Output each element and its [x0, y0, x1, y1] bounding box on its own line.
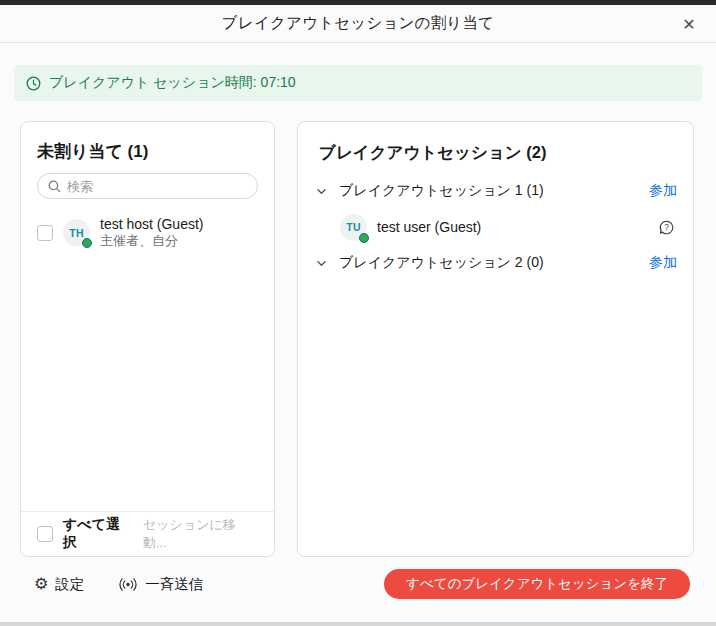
- broadcast-label: 一斉送信: [145, 575, 203, 594]
- close-icon: ✕: [682, 15, 695, 34]
- session-member-row[interactable]: TU test user (Guest) ?: [298, 208, 693, 246]
- avatar: TU: [340, 214, 367, 241]
- status-dot-icon: [359, 233, 369, 243]
- search-icon: [48, 180, 61, 193]
- session-name: ブレイクアウトセッション 1 (1): [339, 182, 544, 200]
- sessions-panel: ブレイクアウトセッション (2) ブレイクアウトセッション 1 (1) 参加 T…: [297, 121, 694, 557]
- settings-button[interactable]: ⚙ 設定: [34, 575, 84, 594]
- panel-spacer: [21, 250, 274, 511]
- broadcast-button[interactable]: 一斉送信: [118, 575, 203, 594]
- dialog-titlebar: ブレイクアウトセッションの割り当て ✕: [0, 5, 716, 43]
- avatar-initials: TU: [346, 221, 361, 233]
- search-input[interactable]: [67, 179, 247, 194]
- dialog-title: ブレイクアウトセッションの割り当て: [222, 13, 494, 34]
- svg-text:?: ?: [664, 222, 669, 232]
- sessions-title: ブレイクアウトセッション (2): [298, 122, 693, 174]
- join-session-1-link[interactable]: 参加: [649, 182, 677, 200]
- settings-label: 設定: [55, 575, 84, 594]
- select-all-checkbox[interactable]: [37, 526, 53, 542]
- session-row-2[interactable]: ブレイクアウトセッション 2 (0) 参加: [298, 246, 693, 280]
- unassigned-title: 未割り当て (1): [21, 122, 274, 173]
- move-to-session-button[interactable]: セッションに移動...: [143, 516, 258, 552]
- dialog-footer: ⚙ 設定 一斉送信 すべてのブレイクアウトセッションを終了: [0, 557, 716, 617]
- chevron-down-icon[interactable]: [316, 258, 327, 269]
- unassigned-panel: 未割り当て (1) TH test host (Guest) 主催者、自分: [20, 121, 275, 557]
- session-time-banner: ブレイクアウト セッション時間: 07:10: [14, 65, 702, 101]
- select-all-label: すべて選択: [63, 516, 133, 552]
- search-box[interactable]: [37, 173, 258, 199]
- unassigned-participant-row[interactable]: TH test host (Guest) 主催者、自分: [21, 215, 274, 250]
- participant-checkbox[interactable]: [37, 225, 53, 241]
- session-row-1[interactable]: ブレイクアウトセッション 1 (1) 参加: [298, 174, 693, 208]
- dialog-body: 未割り当て (1) TH test host (Guest) 主催者、自分: [0, 121, 716, 557]
- end-all-sessions-button[interactable]: すべてのブレイクアウトセッションを終了: [384, 569, 690, 599]
- session-time-text: ブレイクアウト セッション時間: 07:10: [49, 74, 296, 92]
- join-session-2-link[interactable]: 参加: [649, 254, 677, 272]
- select-all-row: すべて選択 セッションに移動...: [21, 512, 274, 556]
- clock-icon: [26, 76, 41, 91]
- avatar-initials: TH: [69, 227, 84, 239]
- avatar: TH: [63, 219, 90, 246]
- session-name: ブレイクアウトセッション 2 (0): [339, 254, 544, 272]
- gear-icon: ⚙: [34, 576, 48, 592]
- participant-role: 主催者、自分: [100, 233, 203, 250]
- participant-name: test host (Guest): [100, 215, 203, 233]
- chevron-down-icon[interactable]: [316, 186, 327, 197]
- status-dot-icon: [82, 238, 92, 248]
- background-window-bottom-strip: [0, 622, 716, 626]
- member-name: test user (Guest): [377, 219, 481, 235]
- close-button[interactable]: ✕: [674, 9, 704, 39]
- broadcast-icon: [118, 577, 138, 592]
- help-bubble-icon: ?: [658, 219, 675, 236]
